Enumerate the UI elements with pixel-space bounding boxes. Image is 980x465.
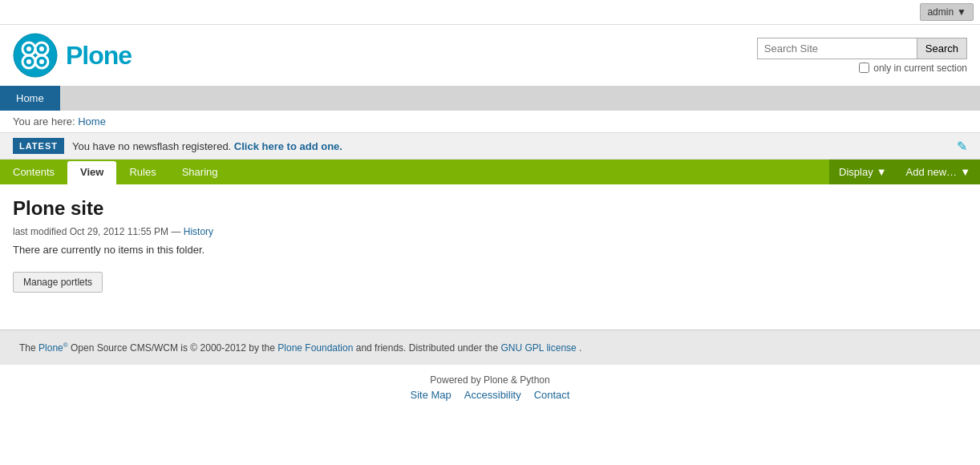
footer-middle: Open Source CMS/WCM is © 2000-2012 by th… bbox=[71, 342, 275, 354]
add-new-arrow-icon: ▼ bbox=[960, 166, 970, 178]
main-content: Plone site last modified Oct 29, 2012 11… bbox=[0, 184, 980, 305]
admin-label: admin bbox=[927, 6, 954, 18]
plone-link[interactable]: Plone® bbox=[38, 342, 68, 354]
breadcrumb-prefix: You are here: bbox=[13, 115, 75, 127]
nav-home[interactable]: Home bbox=[0, 86, 60, 111]
display-button[interactable]: Display ▼ bbox=[829, 160, 897, 184]
display-label: Display bbox=[839, 166, 873, 178]
history-link[interactable]: History bbox=[184, 226, 213, 237]
top-bar: admin ▼ bbox=[0, 0, 980, 25]
latest-message-text: You have no newsflash registered. bbox=[72, 140, 231, 152]
search-row: Search bbox=[757, 38, 967, 59]
section-checkbox-label: only in current section bbox=[873, 63, 967, 74]
breadcrumb-home[interactable]: Home bbox=[78, 115, 106, 127]
add-new-label: Add new… bbox=[906, 166, 958, 178]
main-nav: Home bbox=[0, 86, 980, 111]
manage-portlets-button[interactable]: Manage portlets bbox=[13, 272, 103, 293]
no-items-text: There are currently no items in this fol… bbox=[13, 244, 967, 256]
latest-bar: LATEST You have no newsflash registered.… bbox=[0, 132, 980, 160]
tab-contents[interactable]: Contents bbox=[0, 160, 67, 184]
footer-contact-link[interactable]: Contact bbox=[534, 389, 570, 401]
search-input[interactable] bbox=[757, 38, 917, 59]
breadcrumb: You are here: Home bbox=[0, 111, 980, 132]
svg-point-5 bbox=[26, 46, 31, 51]
section-checkbox-row: only in current section bbox=[859, 63, 967, 74]
content-tabs: Contents View Rules Sharing bbox=[0, 160, 829, 184]
meta-text: last modified Oct 29, 2012 11:55 PM — bbox=[13, 226, 184, 237]
footer-links: Site Map Accessibility Contact bbox=[10, 389, 970, 401]
svg-point-7 bbox=[26, 59, 31, 64]
meta-info: last modified Oct 29, 2012 11:55 PM — Hi… bbox=[13, 226, 967, 237]
display-arrow-icon: ▼ bbox=[877, 166, 887, 178]
content-tabs-bar: Contents View Rules Sharing Display ▼ Ad… bbox=[0, 160, 980, 184]
tab-sharing[interactable]: Sharing bbox=[169, 160, 231, 184]
powered-by: Powered by Plone & Python bbox=[10, 374, 970, 386]
footer-accessibility-link[interactable]: Accessibility bbox=[464, 389, 521, 401]
tab-view[interactable]: View bbox=[67, 161, 116, 184]
search-area: Search only in current section bbox=[757, 38, 967, 74]
admin-menu[interactable]: admin ▼ bbox=[920, 3, 974, 21]
svg-point-8 bbox=[39, 59, 44, 64]
latest-add-link[interactable]: Click here to add one. bbox=[234, 140, 342, 152]
footer-suffix: and friends. Distributed under the bbox=[356, 342, 498, 354]
footer-end: . bbox=[579, 342, 581, 354]
tab-rules[interactable]: Rules bbox=[116, 160, 168, 184]
license-link[interactable]: GNU GPL license bbox=[501, 342, 577, 354]
latest-label: LATEST bbox=[13, 138, 64, 154]
footer-main: The Plone® Open Source CMS/WCM is © 2000… bbox=[0, 330, 980, 365]
svg-point-6 bbox=[39, 46, 44, 51]
edit-icon[interactable]: ✎ bbox=[957, 139, 967, 154]
add-new-button[interactable]: Add new… ▼ bbox=[897, 160, 980, 184]
plone-logo-icon bbox=[13, 33, 58, 78]
foundation-link[interactable]: Plone Foundation bbox=[277, 342, 353, 354]
footer-prefix: The bbox=[19, 342, 36, 354]
page-title: Plone site bbox=[13, 197, 967, 220]
footer-sitemap-link[interactable]: Site Map bbox=[411, 389, 452, 401]
admin-arrow: ▼ bbox=[957, 6, 966, 18]
footer-bottom: Powered by Plone & Python Site Map Acces… bbox=[0, 365, 980, 410]
logo-text: Plone bbox=[66, 41, 132, 71]
latest-message: You have no newsflash registered. Click … bbox=[72, 140, 342, 152]
svg-point-0 bbox=[14, 34, 57, 77]
tabs-right: Display ▼ Add new… ▼ bbox=[829, 160, 980, 184]
header: Plone Search only in current section bbox=[0, 25, 980, 86]
section-checkbox[interactable] bbox=[859, 63, 869, 73]
search-button[interactable]: Search bbox=[917, 38, 967, 59]
logo-link[interactable]: Plone bbox=[13, 33, 132, 78]
